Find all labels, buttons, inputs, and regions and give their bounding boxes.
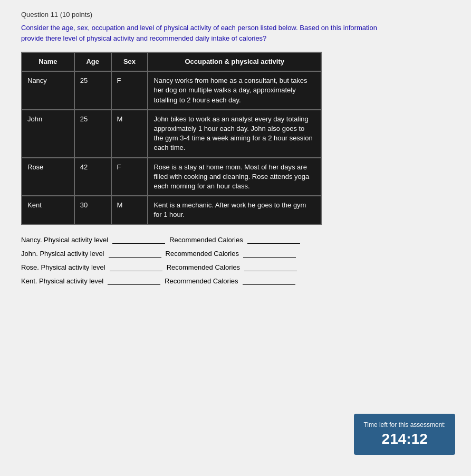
cell-sex: F [111,71,148,110]
calories-input-kent[interactable] [243,277,295,285]
header-age: Age [74,52,111,71]
table-container: Name Age Sex Occupation & physical activ… [21,52,322,225]
data-table: Name Age Sex Occupation & physical activ… [21,52,322,225]
calories-input-nancy[interactable] [247,235,300,244]
cell-name: Nancy [22,71,74,110]
table-row: Kent30MKent is a mechanic. After work he… [22,196,321,224]
cell-occupation: Nancy works from home as a consultant, b… [148,71,321,110]
cell-occupation: John bikes to work as an analyst every d… [148,110,321,158]
calories-input-john[interactable] [243,249,296,258]
activity-label-nancy: Nancy. Physical activity level [21,236,108,244]
header-name: Name [22,52,74,71]
cell-occupation: Kent is a mechanic. After work he goes t… [148,196,321,224]
cell-name: John [22,110,74,158]
table-row: Nancy25FNancy works from home as a consu… [22,71,321,110]
table-row: Rose42FRose is a stay at home mom. Most … [22,158,321,196]
cell-sex: M [111,110,148,158]
cell-age: 25 [74,110,111,158]
activity-input-john[interactable] [109,249,161,258]
cell-name: Rose [22,158,74,196]
cell-sex: M [111,196,148,224]
calories-input-rose[interactable] [244,263,297,271]
activity-label-john: John. Physical activity level [21,250,104,258]
cell-age: 25 [74,71,111,110]
calories-label-nancy: Recommended Calories [169,236,243,244]
activity-input-kent[interactable] [108,277,160,285]
calories-label-john: Recommended Calories [166,250,239,258]
fields-section: Nancy. Physical activity levelRecommende… [21,235,390,285]
activity-input-nancy[interactable] [112,235,165,244]
header-occupation: Occupation & physical activity [148,52,321,71]
cell-age: 30 [74,196,111,224]
field-row-rose: Rose. Physical activity levelRecommended… [21,263,390,271]
calories-label-rose: Recommended Calories [167,263,240,271]
cell-sex: F [111,158,148,196]
activity-label-kent: Kent. Physical activity level [21,277,103,285]
field-row-kent: Kent. Physical activity levelRecommended… [21,277,390,285]
activity-label-rose: Rose. Physical activity level [21,263,105,271]
table-row: John25MJohn bikes to work as an analyst … [22,110,321,158]
cell-age: 42 [74,158,111,196]
calories-label-kent: Recommended Calories [165,277,238,285]
question-text: Consider the age, sex, occupation and le… [21,23,390,43]
cell-occupation: Rose is a stay at home mom. Most of her … [148,158,321,196]
question-header: Question 11 (10 points) [21,11,450,18]
activity-input-rose[interactable] [110,263,162,271]
cell-name: Kent [22,196,74,224]
field-row-john: John. Physical activity levelRecommended… [21,249,390,258]
field-row-nancy: Nancy. Physical activity levelRecommende… [21,235,390,244]
header-sex: Sex [111,52,148,71]
